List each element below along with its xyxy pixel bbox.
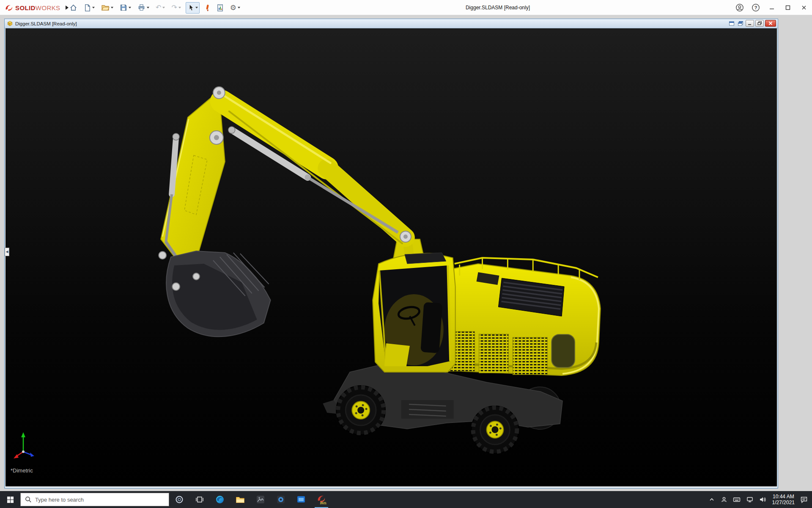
front-left-wheel[interactable] (336, 386, 385, 435)
minimize-button[interactable] (764, 0, 780, 15)
new-window-button[interactable] (728, 20, 735, 27)
save-icon (120, 4, 127, 11)
gear-icon: ⚙ (230, 4, 236, 11)
reference-triad (11, 431, 38, 463)
cascade-window-icon (738, 21, 743, 26)
dropdown-caret[interactable] (147, 7, 149, 8)
app-window-controls: ? (732, 0, 812, 15)
hidden-icons-chevron[interactable] (708, 497, 715, 502)
taskbar-clock[interactable]: 10:44 AM 1/27/2021 (772, 494, 795, 505)
taskbar-app-round[interactable] (271, 491, 291, 508)
redo-icon: ↷ (171, 4, 177, 11)
open-folder-icon (101, 4, 110, 11)
featuremanager-collapse-tab[interactable]: ◀ (5, 248, 9, 256)
task-view-button[interactable] (189, 491, 210, 508)
cascade-window-button[interactable] (737, 20, 744, 27)
dropdown-caret[interactable] (238, 7, 240, 8)
maximize-button[interactable] (780, 0, 796, 15)
select-cursor-icon (187, 4, 194, 11)
dropdown-caret[interactable] (92, 7, 95, 8)
close-icon (801, 5, 807, 11)
app-titlebar: SOLIDWORKS ↶ (0, 0, 812, 15)
side-vent-panel (479, 334, 509, 373)
system-tray: 10:44 AM 1/27/2021 (708, 491, 812, 508)
close-button[interactable] (796, 0, 812, 15)
assembly-icon (7, 21, 13, 26)
excavator-model[interactable] (5, 28, 777, 486)
collapse-arrow-icon: ◀ (5, 250, 8, 254)
account-button[interactable] (732, 0, 748, 15)
dropdown-caret[interactable] (162, 7, 165, 8)
options-button[interactable]: ⚙ (228, 2, 242, 14)
taskbar-app-solidworks[interactable]: 2021 (311, 491, 332, 508)
taskbar-app-edge[interactable] (210, 491, 230, 508)
help-icon: ? (752, 3, 760, 12)
design-binder-button[interactable] (215, 2, 225, 14)
rear-left-wheel[interactable] (472, 406, 519, 453)
windows-logo-icon (7, 496, 14, 503)
new-document-button[interactable] (82, 2, 96, 14)
cortana-button[interactable] (169, 491, 189, 508)
clock-time: 10:44 AM (772, 494, 795, 500)
taskbar-app-window[interactable] (291, 491, 311, 508)
search-icon (25, 496, 32, 503)
file-explorer-icon (236, 496, 245, 504)
rear-side-window (551, 334, 575, 367)
open-button[interactable] (99, 2, 115, 14)
start-button[interactable] (0, 491, 20, 508)
account-icon (735, 3, 744, 12)
undo-button[interactable]: ↶ (154, 2, 167, 14)
marker-button[interactable] (203, 2, 212, 14)
redo-button[interactable]: ↷ (170, 2, 182, 14)
document-titlebar[interactable]: Digger.SLDASM [Read-only] (5, 19, 778, 28)
solidworks-logo: SOLIDWORKS (4, 3, 69, 12)
quick-toolbar: ↶ ↷ ⚙ (68, 2, 242, 14)
select-tool-button[interactable] (186, 2, 200, 14)
solidworks-icon: 2021 (316, 494, 327, 505)
undo-icon: ↶ (156, 4, 161, 11)
home-button[interactable] (68, 2, 79, 14)
solidworks-year-badge: 2021 (320, 502, 326, 505)
document-title: Digger.SLDASM [Read-only] (15, 21, 77, 26)
solidworks-ds-mark-icon (4, 3, 14, 12)
svg-text:?: ? (754, 5, 757, 10)
volume-icon[interactable] (759, 496, 767, 503)
screen: SOLIDWORKS ↶ (0, 0, 812, 508)
marker-pen-icon (204, 4, 210, 12)
brand-text: SOLIDWORKS (15, 4, 60, 11)
cortana-icon (175, 495, 184, 504)
doc-restore-button[interactable] (755, 20, 764, 27)
view-orientation-label: *Dimetric (11, 467, 33, 474)
app-title: Digger.SLDASM [Read-only] (449, 0, 546, 15)
window-app-icon (296, 495, 306, 504)
taskbar-search-box[interactable]: Type here to search (20, 493, 169, 506)
document-window-controls (728, 20, 776, 27)
design-binder-icon (217, 4, 224, 12)
maximize-icon (785, 5, 791, 11)
brand-solid: SOLID (15, 4, 36, 11)
brand-works: WORKS (36, 4, 60, 11)
document-window: Digger.SLDASM [Read-only] (4, 19, 778, 489)
keyboard-icon[interactable] (733, 496, 741, 503)
network-icon[interactable] (746, 496, 754, 503)
taskbar-app-file-explorer[interactable] (230, 491, 250, 508)
action-center-icon[interactable] (800, 496, 808, 503)
save-button[interactable] (118, 2, 133, 14)
doc-restore-icon (757, 21, 762, 25)
doc-close-button[interactable] (765, 20, 776, 27)
dropdown-caret[interactable] (111, 7, 113, 8)
round-app-icon (276, 495, 285, 504)
dropdown-caret[interactable] (129, 7, 131, 8)
task-view-icon (195, 496, 204, 503)
person-icon[interactable] (721, 496, 727, 503)
dropdown-caret[interactable] (195, 7, 198, 8)
taskbar-app-photos[interactable] (250, 491, 271, 508)
dropdown-caret[interactable] (178, 7, 181, 8)
doc-minimize-button[interactable] (746, 20, 754, 27)
help-button[interactable]: ? (748, 0, 764, 15)
doc-close-icon (768, 21, 773, 25)
graphics-viewport[interactable]: *Dimetric (5, 28, 777, 486)
new-window-icon (729, 21, 735, 26)
print-button[interactable] (136, 2, 151, 14)
cab[interactable] (373, 253, 455, 372)
